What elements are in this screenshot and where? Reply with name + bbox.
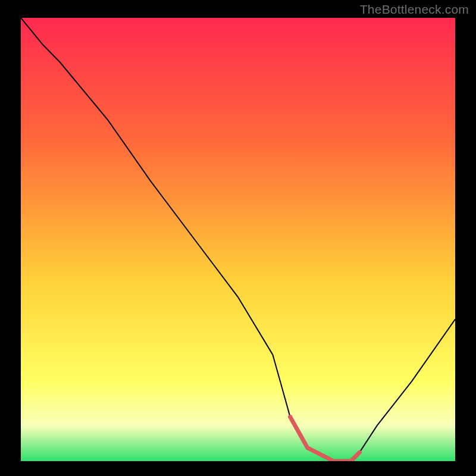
watermark-text: TheBottleneck.com [360, 2, 469, 17]
gradient-background [21, 18, 455, 461]
chart-stage: TheBottleneck.com [0, 0, 476, 476]
bottleneck-chart [21, 18, 455, 461]
